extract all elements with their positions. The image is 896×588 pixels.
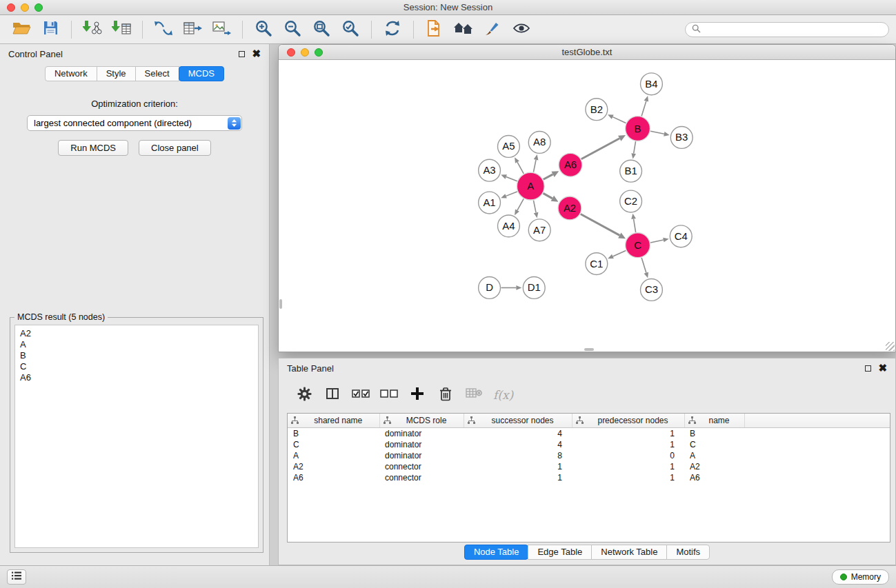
table-row-b[interactable]: Bdominator41B [288, 427, 890, 439]
optimization-criterion-dropdown[interactable]: largest connected component (directed) [27, 115, 242, 131]
graph-edge-B-B2[interactable] [613, 117, 626, 123]
column-header-shared-name[interactable]: shared name [288, 414, 379, 427]
table-cell[interactable]: 4 [464, 427, 572, 439]
close-window-button[interactable] [7, 3, 15, 12]
table-cell[interactable]: A2 [684, 461, 744, 472]
graph-edge-A2-C[interactable] [581, 214, 620, 236]
table-row-a2[interactable]: A2connector11A2 [288, 461, 890, 472]
table-cell[interactable]: 1 [572, 472, 684, 483]
network-minimize-button[interactable] [301, 48, 309, 57]
table-panel-float-icon[interactable] [865, 365, 871, 372]
tab-style[interactable]: Style [97, 66, 136, 81]
search-input[interactable] [704, 25, 882, 34]
tab-network-table[interactable]: Network Table [591, 545, 667, 560]
table-cell[interactable]: 1 [572, 461, 684, 472]
show-columns-button[interactable] [323, 385, 341, 405]
network-zoom-button[interactable] [315, 48, 323, 57]
export-table-button[interactable] [178, 18, 207, 41]
table-cell[interactable]: 8 [464, 450, 572, 461]
zoom-out-button[interactable] [278, 18, 307, 41]
tab-edge-table[interactable]: Edge Table [528, 545, 592, 560]
graph-edge-C-C2[interactable] [634, 219, 636, 232]
graph-edge-B-B4[interactable] [641, 101, 646, 116]
mcds-result-item[interactable]: A6 [20, 372, 253, 383]
graph-edge-A-A3[interactable] [506, 177, 517, 181]
table-cell[interactable]: B [288, 427, 379, 439]
network-window-titlebar[interactable]: testGlobe.txt [279, 45, 895, 60]
graph-edge-C-C4[interactable] [650, 240, 664, 243]
table-cell[interactable]: dominator [379, 439, 464, 450]
vertical-scrollbar-thumb[interactable] [279, 299, 282, 309]
table-cell[interactable]: dominator [379, 450, 464, 461]
tab-network[interactable]: Network [45, 66, 97, 81]
titlebar[interactable]: Session: New Session [0, 0, 896, 15]
tab-motifs[interactable]: Motifs [666, 545, 710, 560]
horizontal-scrollbar-thumb[interactable] [584, 348, 594, 351]
graph-edge-A-A4[interactable] [517, 199, 524, 210]
mcds-result-item[interactable]: C [20, 361, 253, 372]
graph-edge-A-A2[interactable] [543, 193, 552, 198]
run-mcds-button[interactable]: Run MCDS [58, 140, 128, 156]
column-header-mcds-role[interactable]: MCDS role [379, 414, 464, 427]
task-history-button[interactable] [7, 569, 26, 585]
graph-edge-C-C1[interactable] [613, 250, 626, 256]
column-header-successor-nodes[interactable]: successor nodes [464, 414, 572, 427]
network-canvas[interactable]: AA6A2BCA5A8A3A1A4A7B2B4B3B1C2C4C1C3DD1 [279, 61, 895, 352]
deselect-all-button[interactable] [380, 385, 398, 405]
table-settings-button[interactable] [295, 385, 313, 405]
minimize-window-button[interactable] [21, 3, 29, 12]
window-resize-grip[interactable] [886, 342, 895, 351]
float-panel-icon[interactable] [239, 51, 245, 57]
table-cell[interactable]: C [288, 439, 379, 450]
graph-edge-A-A6[interactable] [544, 174, 553, 179]
graph-edge-A-A7[interactable] [533, 201, 536, 213]
table-cell[interactable]: 1 [572, 427, 684, 439]
tab-select[interactable]: Select [135, 66, 179, 81]
import-table-button[interactable] [107, 18, 136, 41]
column-header-predecessor-nodes[interactable]: predecessor nodes [572, 414, 684, 427]
mcds-result-item[interactable]: A [20, 339, 253, 350]
graph-edge-A-A8[interactable] [533, 160, 536, 172]
table-cell[interactable]: 1 [572, 439, 684, 450]
open-session-button[interactable] [7, 18, 36, 41]
table-row-a[interactable]: Adominator80A [288, 450, 890, 461]
mcds-result-item[interactable]: B [20, 350, 253, 361]
export-network-button[interactable] [149, 18, 178, 41]
table-cell[interactable]: connector [379, 461, 464, 472]
table-cell[interactable]: A6 [288, 472, 379, 483]
table-cell[interactable]: A6 [684, 472, 744, 483]
table-cell[interactable]: dominator [379, 427, 464, 439]
table-cell[interactable]: B [684, 427, 744, 439]
select-all-button[interactable] [352, 385, 370, 405]
graph-edge-A-A1[interactable] [506, 192, 517, 196]
table-cell[interactable]: 0 [572, 450, 684, 461]
table-cell[interactable]: connector [379, 472, 464, 483]
table-cell[interactable]: 1 [464, 472, 572, 483]
graph-edge-B-B1[interactable] [634, 141, 636, 153]
show-hide-button[interactable] [507, 18, 536, 41]
table-cell[interactable]: A2 [288, 461, 379, 472]
zoom-in-button[interactable] [249, 18, 278, 41]
search-box[interactable] [685, 22, 889, 37]
tab-mcds[interactable]: MCDS [179, 66, 224, 81]
graph-edge-A6-B[interactable] [581, 139, 620, 159]
style-brush-button[interactable] [478, 18, 507, 41]
graph-edge-C-C3[interactable] [641, 258, 646, 273]
export-image-button[interactable] [207, 18, 236, 41]
table-cell[interactable]: A [288, 450, 379, 461]
table-panel-close-icon[interactable]: ✖ [878, 365, 887, 372]
add-column-button[interactable] [408, 385, 426, 405]
tab-node-table[interactable]: Node Table [464, 545, 529, 560]
delete-column-button[interactable] [437, 385, 455, 405]
home-button[interactable] [449, 18, 478, 41]
table-row-c[interactable]: Cdominator41C [288, 439, 890, 450]
table-cell[interactable]: 4 [464, 439, 572, 450]
mcds-result-item[interactable]: A2 [20, 328, 253, 339]
table-cell[interactable]: C [684, 439, 744, 450]
table-row-a6[interactable]: A6connector11A6 [288, 472, 890, 483]
zoom-fit-button[interactable] [307, 18, 336, 41]
zoom-selected-button[interactable] [336, 18, 365, 41]
refresh-button[interactable] [378, 18, 407, 41]
memory-button[interactable]: Memory [832, 569, 889, 585]
column-header-name[interactable]: name [684, 414, 744, 427]
